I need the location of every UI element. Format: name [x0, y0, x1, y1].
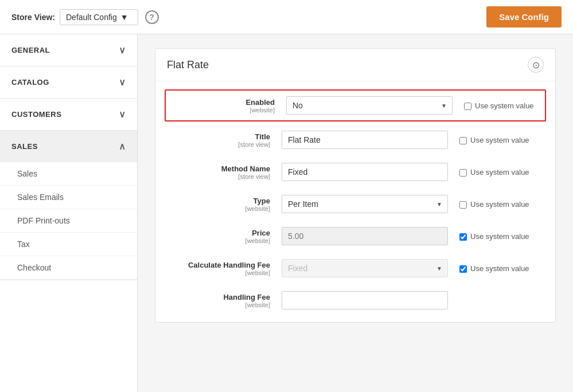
chevron-down-icon: ∨ — [119, 77, 126, 88]
sidebar-section-catalog-label: CATALOG — [11, 78, 49, 87]
store-view-label: Store View: — [11, 13, 55, 22]
sidebar-item-sales[interactable]: Sales — [0, 162, 137, 186]
sidebar: GENERAL ∨ CATALOG ∨ CUSTOMERS ∨ SALES ∧ — [0, 34, 138, 392]
sidebar-section-customers-header[interactable]: CUSTOMERS ∨ — [0, 99, 137, 130]
field-control-handling-fee — [282, 291, 448, 309]
field-label-sub: [website] — [167, 301, 270, 308]
field-row-handling-fee: Handling Fee [website] — [155, 284, 555, 316]
use-system-value-label: Use system value — [470, 200, 529, 209]
field-label-sub: [website] — [167, 237, 270, 244]
sidebar-section-customers: CUSTOMERS ∨ — [0, 99, 137, 131]
field-label-main: Title — [167, 132, 270, 141]
panel-collapse-button[interactable]: ⊙ — [528, 57, 544, 73]
sidebar-item-checkout[interactable]: Checkout — [0, 256, 137, 280]
field-label-type: Type [website] — [167, 197, 282, 212]
field-label-main: Method Name — [167, 164, 270, 173]
top-bar: Store View: Default Config ▼ ? Save Conf… — [0, 0, 573, 34]
use-system-value-label: Use system value — [475, 101, 534, 110]
chevron-down-icon: ∨ — [119, 109, 126, 120]
field-control-method-name — [282, 163, 448, 181]
type-select-wrapper: Per Item Per Order — [282, 195, 448, 213]
use-system-value-checkbox-price[interactable] — [459, 233, 467, 241]
use-system-value-label: Use system value — [470, 232, 529, 241]
sidebar-sales-items: Sales Sales Emails PDF Print-outs Tax Ch… — [0, 162, 137, 280]
field-label-calculate-handling-fee: Calculate Handling Fee [website] — [167, 261, 282, 276]
sidebar-section-catalog: CATALOG ∨ — [0, 66, 137, 99]
enabled-select-wrapper: No Yes — [286, 96, 453, 115]
field-control-type: Per Item Per Order — [282, 195, 448, 213]
field-control-price — [282, 227, 448, 245]
sidebar-section-general-label: GENERAL — [11, 46, 50, 54]
method-name-input[interactable] — [282, 163, 448, 181]
field-label-sub: [store view] — [167, 173, 270, 180]
use-system-value-checkbox-enabled[interactable] — [464, 103, 471, 110]
field-label-title: Title [store view] — [167, 132, 282, 148]
use-system-value-label: Use system value — [470, 168, 529, 177]
field-label-main: Price — [167, 229, 270, 237]
field-row-calculate-handling-fee: Calculate Handling Fee [website] Fixed P… — [155, 252, 555, 284]
field-control-title — [282, 131, 448, 149]
price-input[interactable] — [282, 227, 448, 245]
use-system-value-checkbox-title[interactable] — [459, 137, 467, 144]
sidebar-section-sales-label: SALES — [11, 142, 38, 151]
content-area: Flat Rate ⊙ Enabled [website] No Yes — [138, 34, 573, 392]
field-control-enabled: No Yes — [286, 96, 453, 115]
use-system-value-checkbox-calculate-handling-fee[interactable] — [459, 265, 467, 273]
use-system-value-calculate-handling-fee: Use system value — [459, 264, 534, 273]
flat-rate-panel: Flat Rate ⊙ Enabled [website] No Yes — [155, 48, 556, 323]
field-row-type: Type [website] Per Item Per Order — [155, 188, 555, 220]
store-view-value: Default Config — [66, 13, 117, 22]
sidebar-section-sales-header[interactable]: SALES ∧ — [0, 131, 137, 162]
chevron-down-icon: ▼ — [120, 13, 128, 22]
sidebar-item-tax[interactable]: Tax — [0, 233, 137, 256]
field-row-title: Title [store view] Use system value — [155, 124, 555, 156]
sidebar-section-general: GENERAL ∨ — [0, 34, 137, 66]
field-label-method-name: Method Name [store view] — [167, 164, 282, 180]
sidebar-section-sales: SALES ∧ Sales Sales Emails PDF Print-out… — [0, 131, 137, 280]
title-input[interactable] — [282, 131, 448, 149]
use-system-value-enabled: Use system value — [464, 101, 539, 110]
use-system-value-type: Use system value — [459, 200, 534, 209]
use-system-value-label: Use system value — [470, 136, 529, 144]
use-system-value-price: Use system value — [459, 232, 534, 241]
save-config-button[interactable]: Save Config — [486, 6, 562, 28]
field-label-sub: [website] — [167, 269, 270, 276]
sidebar-section-customers-label: CUSTOMERS — [11, 110, 61, 119]
field-label-main: Enabled — [171, 98, 275, 107]
chevron-up-icon: ∧ — [119, 141, 126, 152]
field-row-method-name: Method Name [store view] Use system valu… — [155, 156, 555, 188]
form-table: Enabled [website] No Yes Use sy — [155, 81, 555, 322]
use-system-value-label: Use system value — [470, 264, 529, 273]
sidebar-item-pdf-printouts[interactable]: PDF Print-outs — [0, 209, 137, 233]
use-system-value-method-name: Use system value — [459, 168, 534, 177]
field-label-sub: [website] — [167, 205, 270, 212]
chevron-down-icon: ∨ — [119, 45, 126, 56]
field-control-calculate-handling-fee: Fixed Percent — [282, 259, 448, 277]
field-label-enabled: Enabled [website] — [171, 98, 286, 113]
field-row-enabled: Enabled [website] No Yes Use sy — [165, 89, 546, 121]
handling-fee-input[interactable] — [282, 291, 448, 309]
use-system-value-checkbox-type[interactable] — [459, 201, 467, 209]
field-label-price: Price [website] — [167, 229, 282, 244]
calculate-handling-fee-select-wrapper: Fixed Percent — [282, 259, 448, 277]
field-label-main: Type — [167, 197, 270, 205]
enabled-select[interactable]: No Yes — [286, 96, 453, 115]
use-system-value-title: Use system value — [459, 136, 534, 144]
calculate-handling-fee-select[interactable]: Fixed Percent — [282, 259, 448, 277]
field-row-price: Price [website] Use system value — [155, 220, 555, 252]
main-layout: GENERAL ∨ CATALOG ∨ CUSTOMERS ∨ SALES ∧ — [0, 34, 573, 392]
sidebar-section-general-header[interactable]: GENERAL ∨ — [0, 34, 137, 66]
help-icon[interactable]: ? — [145, 10, 159, 24]
store-view-dropdown[interactable]: Default Config ▼ — [60, 9, 138, 25]
field-label-handling-fee: Handling Fee [website] — [167, 293, 282, 308]
panel-header: Flat Rate ⊙ — [155, 49, 555, 81]
sidebar-item-sales-emails[interactable]: Sales Emails — [0, 186, 137, 209]
sidebar-section-catalog-header[interactable]: CATALOG ∨ — [0, 66, 137, 98]
field-label-main: Calculate Handling Fee — [167, 261, 270, 269]
type-select[interactable]: Per Item Per Order — [282, 195, 448, 213]
panel-title: Flat Rate — [167, 59, 209, 71]
field-label-main: Handling Fee — [167, 293, 270, 301]
field-label-sub: [website] — [171, 107, 275, 113]
use-system-value-checkbox-method-name[interactable] — [459, 169, 467, 177]
field-label-sub: [store view] — [167, 141, 270, 148]
